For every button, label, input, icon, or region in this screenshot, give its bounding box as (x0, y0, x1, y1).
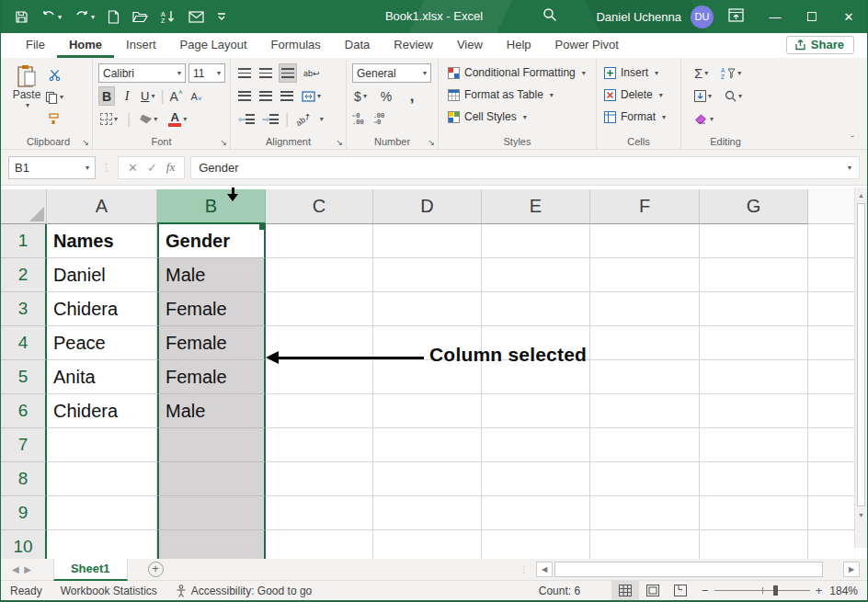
row-header-1[interactable]: 1 (1, 224, 47, 258)
tab-view[interactable]: View (445, 33, 495, 58)
font-dialog-launcher[interactable]: ↘ (220, 138, 227, 147)
find-select-button[interactable]: ▾ (723, 86, 744, 106)
confirm-entry-icon[interactable]: ✓ (147, 161, 157, 175)
zoom-in-icon[interactable]: + (816, 584, 823, 597)
page-layout-view-button[interactable] (639, 581, 667, 600)
cell-C8[interactable] (266, 462, 373, 496)
shrink-font-button[interactable]: A˅ (188, 86, 205, 106)
scroll-down-icon[interactable]: ▼ (855, 507, 867, 522)
borders-button[interactable]: ▾ (98, 109, 120, 129)
row-header-4[interactable]: 4 (1, 326, 47, 360)
increase-indent-icon[interactable]: ⇨ (261, 109, 281, 129)
scroll-right-icon[interactable]: ▶ (843, 562, 860, 577)
top-align-icon[interactable] (236, 63, 253, 83)
cell-G7[interactable] (700, 428, 808, 462)
cell-F9[interactable] (590, 496, 700, 530)
cell-F7[interactable] (590, 428, 700, 462)
row-header-9[interactable]: 9 (1, 496, 47, 530)
minimize-button[interactable]: — (757, 0, 794, 33)
cell-C4[interactable] (266, 326, 373, 360)
cell-F5[interactable] (590, 360, 700, 394)
column-header-A[interactable]: A (47, 189, 157, 224)
tab-page-layout[interactable]: Page Layout (168, 33, 259, 58)
select-all-corner[interactable] (1, 189, 47, 224)
cell-C6[interactable] (266, 394, 373, 428)
row-header-10[interactable]: 10 (1, 530, 47, 559)
cell-F6[interactable] (590, 394, 700, 428)
delete-cells-button[interactable]: Delete▾ (604, 84, 677, 106)
autosum-button[interactable]: Σ▾ (692, 63, 710, 83)
column-header-F[interactable]: F (590, 189, 700, 224)
decrease-indent-icon[interactable]: ⇦ (236, 109, 257, 129)
cell-styles-button[interactable]: Cell Styles▾ (448, 106, 592, 128)
cut-icon[interactable] (43, 65, 65, 85)
cell-C5[interactable] (266, 360, 373, 394)
cell-A9[interactable] (47, 496, 157, 530)
alignment-dialog-launcher[interactable]: ↘ (336, 138, 343, 147)
cell-B7[interactable] (157, 428, 266, 462)
cell-G10[interactable] (700, 530, 808, 559)
percent-button[interactable]: % (378, 86, 394, 106)
align-left-icon[interactable] (236, 86, 253, 106)
cell-A5[interactable]: Anita (47, 360, 157, 394)
clipboard-dialog-launcher[interactable]: ↘ (82, 138, 89, 147)
page-break-view-button[interactable] (667, 581, 694, 600)
number-format-select[interactable]: General▾ (352, 63, 431, 83)
font-family-select[interactable]: Calibri▾ (98, 63, 186, 83)
cell-B2[interactable]: Male (157, 258, 266, 292)
clear-button[interactable]: ▾ (692, 109, 715, 129)
bottom-align-icon[interactable] (279, 63, 297, 83)
save-icon[interactable] (10, 7, 33, 27)
cell-C2[interactable] (266, 258, 373, 292)
cell-B1[interactable]: Gender (157, 224, 266, 258)
tab-insert[interactable]: Insert (114, 33, 168, 58)
tab-data[interactable]: Data (333, 33, 382, 58)
accessibility-status[interactable]: Accessibility: Good to go (166, 585, 321, 597)
undo-button[interactable]: ▾ (37, 7, 66, 26)
close-button[interactable]: ✕ (830, 0, 867, 33)
cell-D1[interactable] (373, 224, 482, 258)
insert-cells-button[interactable]: Insert▾ (604, 62, 677, 84)
cell-E7[interactable] (482, 428, 590, 462)
fill-color-button[interactable]: ▾ (138, 109, 159, 129)
cell-B8[interactable] (157, 462, 266, 496)
column-header-G[interactable]: G (700, 189, 808, 224)
italic-button[interactable]: I (119, 86, 135, 106)
cancel-entry-icon[interactable]: ✕ (128, 161, 138, 175)
cell-D9[interactable] (373, 496, 482, 530)
cell-A10[interactable] (47, 530, 157, 559)
chevron-down-icon[interactable]: ▾ (58, 13, 62, 21)
row-header-5[interactable]: 5 (1, 360, 47, 394)
cell-G5[interactable] (700, 360, 808, 394)
wrap-text-icon[interactable]: ab↩ (302, 63, 322, 83)
selection-corner-handle[interactable] (259, 223, 266, 230)
currency-button[interactable]: $▾ (352, 86, 369, 106)
row-header-8[interactable]: 8 (1, 462, 47, 496)
cell-D2[interactable] (373, 258, 482, 292)
cell-F4[interactable] (590, 326, 700, 360)
merge-center-icon[interactable]: ▾ (300, 86, 323, 106)
cell-C3[interactable] (266, 292, 373, 326)
cell-D10[interactable] (373, 530, 482, 559)
cell-B4[interactable]: Female (157, 326, 266, 360)
zoom-out-icon[interactable]: − (702, 584, 709, 597)
cell-F8[interactable] (590, 462, 700, 496)
maximize-button[interactable] (794, 0, 830, 33)
cell-E3[interactable] (482, 292, 590, 326)
cell-G2[interactable] (700, 258, 808, 292)
formula-input[interactable]: Gender ▾ (190, 156, 860, 179)
increase-decimal-icon[interactable]: ←0.00 (352, 113, 364, 126)
customize-qat-icon[interactable] (212, 9, 231, 24)
cell-B3[interactable]: Female (157, 292, 266, 326)
tab-power-pivot[interactable]: Power Pivot (543, 33, 631, 58)
tab-help[interactable]: Help (495, 33, 543, 58)
conditional-formatting-button[interactable]: Conditional Formatting▾ (448, 62, 592, 84)
bold-button[interactable]: B (98, 86, 115, 106)
row-header-7[interactable]: 7 (1, 428, 47, 462)
cell-B5[interactable]: Female (157, 360, 266, 394)
row-header-6[interactable]: 6 (1, 394, 47, 428)
insert-function-icon[interactable]: fx (166, 160, 175, 175)
new-sheet-button[interactable]: + (148, 562, 164, 577)
decrease-decimal-icon[interactable]: .00→0 (373, 113, 385, 126)
vertical-scroll-thumb[interactable] (857, 203, 865, 506)
